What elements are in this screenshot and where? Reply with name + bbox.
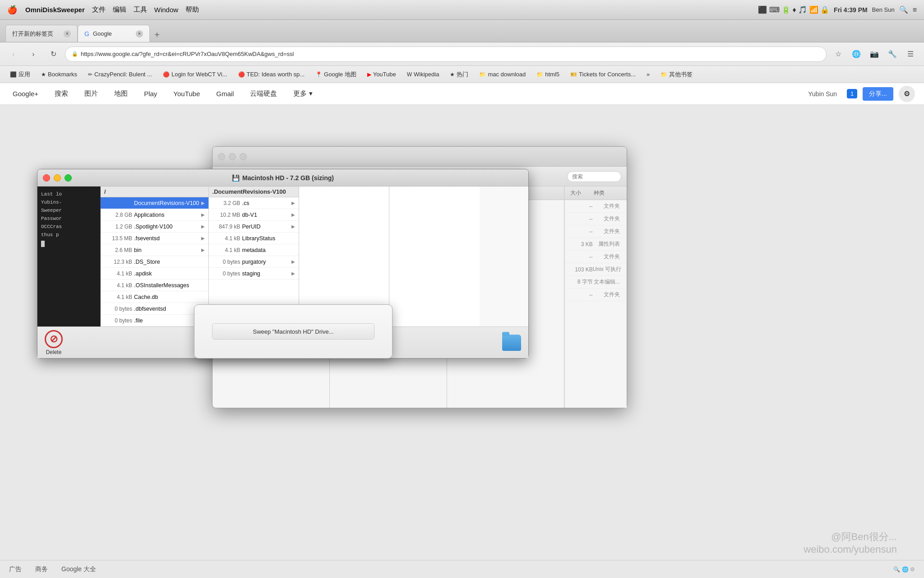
docrev-col-header: .DocumentRevisions-V100 [209, 186, 299, 197]
bookmark-apps[interactable]: ⬛ 应用 [5, 68, 35, 81]
file-row-applications[interactable]: 2.8 GB Applications ▶ [101, 209, 208, 221]
file-arrow-peruid: ▶ [291, 224, 295, 229]
tab-google[interactable]: G Google × [78, 25, 150, 42]
google-settings-button[interactable]: ⚙ [899, 86, 915, 102]
sweep-button[interactable]: Sweep "Macintosh HD" Drive... [212, 323, 374, 340]
bookmark-webct[interactable]: 🔴 Login for WebCT Vi... [158, 68, 232, 81]
search-icon[interactable]: 🔍 [899, 5, 908, 14]
menu-tools[interactable]: 工具 [134, 5, 147, 14]
bookmark-tickets[interactable]: 🎫 Tickets for Concerts... [566, 68, 640, 81]
file-row-dbfseventsd[interactable]: 0 bytes .dbfseventsd [101, 303, 208, 315]
apple-menu[interactable]: 🍎 [7, 5, 17, 15]
google-plus-link[interactable]: Google+ [9, 88, 42, 99]
omni-max-btn[interactable] [65, 174, 72, 182]
google-play-link[interactable]: Play [140, 88, 161, 99]
menu-help[interactable]: 帮助 [185, 5, 199, 14]
file-arrow-applications: ▶ [201, 212, 205, 217]
file-row-apdisk[interactable]: 4.1 kB .apdisk [101, 268, 208, 280]
bookmark-wikipedia-label: Wikipedia [414, 71, 439, 78]
folder-button[interactable] [502, 335, 521, 351]
file-size-cs: 3.2 GB [213, 200, 240, 206]
tab-google-close[interactable]: × [136, 30, 143, 37]
omni-close-btn[interactable] [43, 174, 50, 182]
google-favicon: G [84, 30, 89, 37]
youtube-icon: ▶ [367, 71, 371, 78]
menu-window[interactable]: Window [154, 6, 178, 14]
status-google-all[interactable]: Google 大全 [61, 565, 96, 573]
file-row-staging[interactable]: 0 bytes staging ▶ [209, 268, 299, 280]
google-youtube-link[interactable]: YouTube [170, 88, 203, 99]
file-row-osinstaller[interactable]: 4.1 kB .OSInstallerMessages [101, 280, 208, 291]
tab-newtab-close[interactable]: × [64, 30, 71, 37]
forward-button[interactable]: › [25, 46, 42, 62]
bookmark-ted[interactable]: 🔴 TED: Ideas worth sp... [234, 68, 310, 81]
bookmark-youtube-label: YouTube [373, 71, 396, 78]
status-ad[interactable]: 广告 [9, 565, 22, 573]
omni-title-text: Macintosh HD - 7.2 GB (sizing) [242, 174, 334, 182]
file-row-purgatory[interactable]: 0 bytes purgatory ▶ [209, 256, 299, 268]
bg-window-max[interactable] [240, 153, 247, 160]
app-name[interactable]: OmniDiskSweeper [25, 6, 85, 14]
extension-btn3[interactable]: 🔧 [884, 46, 901, 62]
menu-button[interactable]: ☰ [902, 46, 919, 62]
google-gmail-link[interactable]: Gmail [213, 88, 237, 99]
google-user-name[interactable]: Yubin Sun [804, 89, 841, 99]
bg-window-min[interactable] [229, 153, 236, 160]
google-images-link[interactable]: 图片 [81, 88, 102, 100]
tab-newtab[interactable]: 打开新的标签页 × [5, 25, 78, 42]
omni-min-btn[interactable] [54, 174, 61, 182]
file-row-cs[interactable]: 3.2 GB .cs ▶ [209, 197, 299, 209]
reload-button[interactable]: ↻ [45, 46, 61, 62]
bookmark-button[interactable]: ☆ [830, 46, 846, 62]
bg-search-input[interactable] [567, 171, 621, 182]
file-row-cachedb[interactable]: 4.1 kB Cache.db [101, 291, 208, 303]
bookmark-more[interactable]: » [642, 68, 654, 81]
google-share-button[interactable]: 分享... [863, 87, 893, 101]
delete-button[interactable]: ⊘ Delete [45, 330, 63, 355]
bg-window-close[interactable] [218, 153, 225, 160]
other-icon: 📁 [661, 71, 667, 78]
bookmark-html5[interactable]: 📁 html5 [532, 68, 564, 81]
address-bar[interactable]: 🔒 https://www.google.ca/?gfe_rd=cr&ei=cR… [65, 47, 827, 62]
file-row-doc-revisions[interactable]: DocumentRevisions-V100 ▶ [101, 197, 208, 209]
google-drive-link[interactable]: 云端硬盘 [246, 88, 281, 100]
bookmark-other[interactable]: 📁 其他书签 [656, 68, 697, 81]
notification-icon[interactable]: ≡ [913, 6, 917, 14]
bookmark-crazypencil[interactable]: ✏ CrazyPencil: Bulent ... [83, 68, 157, 81]
file-arrow-fseventsd: ▶ [201, 236, 205, 241]
bookmark-bookmarks[interactable]: ★ Bookmarks [37, 68, 82, 81]
file-row-librarystatus[interactable]: 4.1 kB LibraryStatus [209, 233, 299, 244]
bookmarks-bar: ⬛ 应用 ★ Bookmarks ✏ CrazyPencil: Bulent .… [0, 66, 924, 83]
bookmark-maps[interactable]: 📍 Google 地图 [311, 68, 361, 81]
file-row-dbv1[interactable]: 10.2 MB db-V1 ▶ [209, 209, 299, 221]
google-maps-link[interactable]: 地图 [111, 88, 131, 100]
file-row-metadata[interactable]: 4.1 kB metadata [209, 244, 299, 256]
file-name-fseventsd: .fseventsd [134, 235, 199, 242]
bookmark-macdownload[interactable]: 📁 mac download [475, 68, 530, 81]
file-row-dsstore[interactable]: 12.3 kB .DS_Store [101, 256, 208, 268]
menu-edit[interactable]: 编辑 [113, 5, 126, 14]
new-tab-button[interactable]: + [150, 28, 164, 42]
extension-btn1[interactable]: 🌐 [848, 46, 864, 62]
google-search-link[interactable]: 搜索 [51, 88, 72, 100]
delete-label: Delete [46, 349, 62, 355]
back-button[interactable]: ‹ [5, 46, 22, 62]
google-more-link[interactable]: 更多 ▾ [290, 88, 316, 100]
file-row-bin[interactable]: 2.6 MB bin ▶ [101, 244, 208, 256]
bookmark-ted-label: TED: Ideas worth sp... [247, 71, 305, 78]
file-row-file[interactable]: 0 bytes .file [101, 315, 208, 326]
file-row-spotlight[interactable]: 1.2 GB .Spotlight-V100 ▶ [101, 221, 208, 233]
bookmark-youtube[interactable]: ▶ YouTube [363, 68, 401, 81]
bookmark-bookmarks-label: Bookmarks [48, 71, 77, 78]
file-row-fseventsd[interactable]: 13.5 MB .fseventsd ▶ [101, 233, 208, 244]
file-size-librarystatus: 4.1 kB [213, 235, 240, 242]
bookmark-wikipedia[interactable]: W Wikipedia [402, 68, 444, 81]
terminal-cursor [41, 241, 45, 247]
extension-btn2[interactable]: 📷 [866, 46, 882, 62]
status-business[interactable]: 商务 [35, 565, 48, 573]
file-name-purgatory: purgatory [242, 259, 290, 265]
file-row-peruid[interactable]: 847.9 kB PerUID ▶ [209, 221, 299, 233]
bookmark-hot[interactable]: ★ 热门 [445, 68, 473, 81]
menu-file[interactable]: 文件 [92, 5, 106, 14]
google-badge[interactable]: 1 [847, 89, 857, 98]
